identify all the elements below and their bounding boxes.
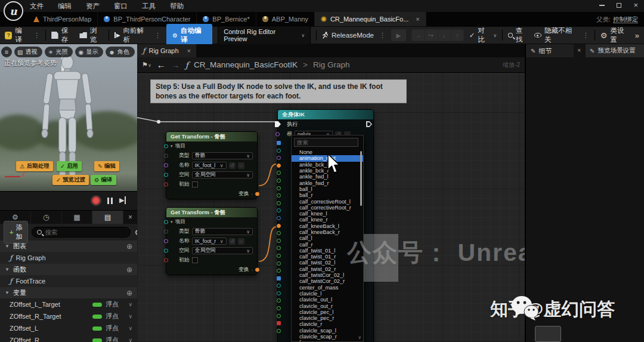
node-pin-icon[interactable] xyxy=(277,284,281,288)
root-pin-icon[interactable] xyxy=(275,133,280,137)
item-pin-icon[interactable] xyxy=(164,144,168,149)
initial-checkbox[interactable] xyxy=(192,257,198,263)
step-over-icon[interactable]: ↪ xyxy=(425,30,437,41)
bone-item[interactable]: ankle_fwd_l xyxy=(292,174,363,180)
menu-item[interactable]: 帮助 xyxy=(170,2,184,11)
bone-name-select[interactable]: IK_foot_l∨ xyxy=(192,162,227,169)
toolbar-overflow-button[interactable]: » xyxy=(635,31,639,40)
menu-item[interactable]: 工具 xyxy=(142,2,156,11)
transform-output-pin-icon[interactable] xyxy=(255,192,259,196)
compile-button[interactable]: ?编译 xyxy=(5,26,28,44)
menu-item[interactable]: 窗口 xyxy=(114,2,128,11)
forward-button[interactable]: → xyxy=(171,60,180,70)
bone-item[interactable]: calf_r xyxy=(292,241,363,247)
bone-item[interactable]: calf_twist_01_r xyxy=(292,254,363,260)
step-search-icon[interactable]: → xyxy=(412,30,424,41)
post-process-button[interactable]: ⚠后期处理 xyxy=(16,161,53,171)
menu-item[interactable]: 资产 xyxy=(86,2,100,11)
add-graph-icon[interactable]: ⊕ xyxy=(126,242,132,251)
bone-item[interactable]: clavicle_out_l xyxy=(292,297,363,303)
node-pin-icon[interactable] xyxy=(277,276,281,281)
rig-graph-tab[interactable]: ƒ Rig Graph × xyxy=(137,44,196,57)
graph-canvas[interactable]: Step 5: Use a Full Body IK node to solve… xyxy=(137,73,525,342)
bookmark-icon[interactable]: ⚑∨ xyxy=(142,61,151,69)
bone-item[interactable]: calf_kneeBack_l xyxy=(292,223,363,229)
execute-input-pin-icon[interactable] xyxy=(275,121,281,127)
space-pin-icon[interactable] xyxy=(164,173,168,177)
node-title[interactable]: 全身体IK xyxy=(278,110,373,119)
node-pin-icon[interactable] xyxy=(277,261,281,266)
release-mode-button[interactable]: ReleaseMode xyxy=(322,32,374,39)
collapse-arrow-icon[interactable]: ▾ xyxy=(171,144,173,149)
pause-button[interactable] xyxy=(107,198,113,204)
node-pin-icon[interactable] xyxy=(277,321,281,325)
chevron-down-icon[interactable]: ∨ xyxy=(128,301,132,307)
close-button[interactable]: × xyxy=(633,1,638,9)
variable-row[interactable]: ZOffset_L 浮点 ∨ xyxy=(0,322,137,334)
find-button[interactable]: 查找 xyxy=(508,26,528,44)
step-out-icon[interactable]: ↑ xyxy=(451,30,463,41)
space-select[interactable]: 全局空间∨ xyxy=(192,171,253,178)
bone-item[interactable]: focus xyxy=(292,340,363,342)
preview-viewport[interactable]: ≡ ▧透视 ☀光照 ◉显示 ☻角色 ◔ 正在预览参考姿势 ⚠后期处理 ✓启用 ✎… xyxy=(0,44,137,191)
enable-button[interactable]: ✓启用 xyxy=(57,161,82,171)
preview-transition-button[interactable]: ✓预览过渡 xyxy=(52,175,89,185)
chevron-down-icon[interactable]: ∨ xyxy=(128,313,132,319)
tab-my-blueprint[interactable]: ▤ xyxy=(92,211,123,224)
panel-close-icon[interactable]: × xyxy=(123,213,137,221)
node-pin-icon[interactable] xyxy=(277,201,281,205)
parent-class-link[interactable]: 控制绑定 xyxy=(613,16,638,23)
variable-row[interactable]: ZOffset_R 浮点 ∨ xyxy=(0,334,137,342)
collapse-arrow-icon[interactable]: ▾ xyxy=(171,220,173,224)
node-title[interactable]: Get Transform - 骨骼 xyxy=(166,208,257,217)
functions-section-header[interactable]: ▼函数⊕ xyxy=(0,264,137,275)
viewport-pill[interactable]: ☻角色 xyxy=(106,47,135,57)
unreal-logo-icon[interactable]: u xyxy=(4,1,23,21)
solve-options-icon[interactable]: ⋮ xyxy=(154,32,161,39)
save-button[interactable]: 保存 xyxy=(51,26,74,44)
add-variable-icon[interactable]: ⊕ xyxy=(126,289,132,297)
node-pin-icon[interactable] xyxy=(277,164,281,168)
node-pin-icon[interactable] xyxy=(277,269,281,273)
tab-close-icon[interactable]: × xyxy=(416,16,419,23)
node-pin-icon[interactable] xyxy=(277,329,281,333)
type-select[interactable]: 骨骼∨ xyxy=(192,152,253,159)
preview-mode-dropdown[interactable]: Control Rig Editor Preview∨ xyxy=(218,26,311,45)
bone-item[interactable]: calf_twist_01_l xyxy=(292,248,363,254)
node-pin-icon[interactable] xyxy=(277,156,281,160)
back-button[interactable]: ← xyxy=(157,60,166,70)
bone-item[interactable]: clavicle_out_r xyxy=(292,303,363,309)
node-pin-icon[interactable] xyxy=(277,149,281,153)
asset-tab[interactable]: ABP_Manny × xyxy=(256,12,315,26)
compile-options-icon[interactable]: ⋮ xyxy=(33,32,40,39)
viewport-menu-icon[interactable]: ≡ xyxy=(1,47,12,57)
variable-row[interactable]: ZOffset_R_Target 浮点 ∨ xyxy=(0,310,137,322)
node-pin-icon[interactable] xyxy=(277,186,281,190)
initial-checkbox[interactable] xyxy=(192,181,198,187)
node-pin-icon[interactable] xyxy=(277,208,281,212)
bone-item[interactable]: calf_correctiveRoot_r xyxy=(292,205,363,211)
bone-item[interactable]: clavicle_scap_r xyxy=(292,334,363,340)
node-pin-icon[interactable] xyxy=(277,231,281,235)
node-pin-icon[interactable] xyxy=(277,239,281,243)
blueprint-search-input[interactable] xyxy=(45,229,125,236)
bone-item[interactable]: calf_twistCor_02_r xyxy=(292,278,363,284)
bone-item[interactable]: ball_r xyxy=(292,192,363,198)
asset-tab[interactable]: ThirdPersonMap × xyxy=(27,12,98,26)
bone-item[interactable]: ankle_fwd_r xyxy=(292,180,363,186)
bone-item[interactable]: center_of_mass xyxy=(292,285,363,291)
initial-pin-icon[interactable] xyxy=(164,258,168,263)
comment-node[interactable]: Step 5: Use a Full Body IK node to solve… xyxy=(150,79,407,103)
blueprint-search[interactable] xyxy=(32,227,131,238)
breadcrumb-root[interactable]: CR_Mannequin_BasicFootIK xyxy=(194,60,298,69)
bone-item[interactable]: calf_correctiveRoot_l xyxy=(292,198,363,204)
scroll-more-icon[interactable]: ∨ xyxy=(358,335,361,340)
bone-item[interactable]: calf_knee_r xyxy=(292,217,363,223)
edit-button[interactable]: ✎编辑 xyxy=(94,161,119,171)
bone-item[interactable]: clavicle_scap_l xyxy=(292,328,363,334)
type-select[interactable]: 骨骼∨ xyxy=(192,228,253,235)
minimize-button[interactable] xyxy=(599,5,605,6)
node-pin-icon[interactable] xyxy=(277,178,281,183)
initial-pin-icon[interactable] xyxy=(164,183,168,187)
viewport-pill[interactable]: ☀光照 xyxy=(45,47,73,57)
